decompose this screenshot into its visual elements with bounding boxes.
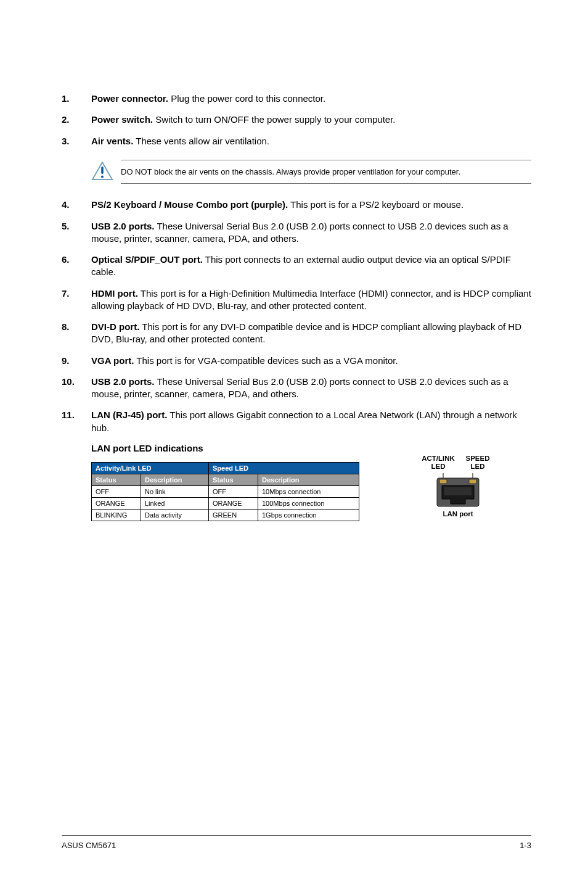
item-body: USB 2.0 ports. These Universal Serial Bu… (91, 220, 531, 245)
cell: OFF (209, 485, 258, 497)
item-bold: USB 2.0 ports. (91, 221, 155, 231)
item-bold: DVI-D port. (91, 321, 139, 332)
cell: GREEN (209, 509, 258, 521)
list-item: 6. Optical S/PDIF_OUT port. This port co… (62, 254, 531, 279)
item-number: 7. (62, 287, 91, 313)
th-activity: Activity/Link LED (92, 462, 209, 474)
item-body: Power connector. Plug the power cord to … (91, 93, 531, 105)
figure-caption: LAN port (421, 510, 495, 518)
led-table: Activity/Link LED Speed LED Status Descr… (91, 462, 359, 521)
led-section: Activity/Link LED Speed LED Status Descr… (91, 462, 531, 521)
item-text: This port is for any DVI-D compatible de… (91, 321, 521, 344)
item-text: This port is for VGA-compatible devices … (134, 355, 398, 366)
list-item: 9. VGA port. This port is for VGA-compat… (62, 355, 531, 367)
th-desc2: Description (258, 474, 359, 485)
item-bold: HDMI port. (91, 288, 138, 299)
item-number: 1. (62, 93, 91, 105)
item-number: 3. (62, 135, 91, 147)
item-bold: VGA port. (91, 355, 134, 366)
th-desc1: Description (141, 474, 209, 485)
item-bold: PS/2 Keyboard / Mouse Combo port (purple… (91, 199, 288, 210)
item-body: DVI-D port. This port is for any DVI-D c… (91, 321, 531, 346)
th-speed: Speed LED (209, 462, 359, 474)
item-body: Optical S/PDIF_OUT port. This port conne… (91, 254, 531, 279)
th-status2: Status (209, 474, 258, 485)
svg-point-2 (101, 176, 104, 178)
list-item: 8. DVI-D port. This port is for any DVI-… (62, 321, 531, 346)
item-number: 5. (62, 220, 91, 245)
item-number: 4. (62, 199, 91, 211)
table-header-row: Activity/Link LED Speed LED (92, 462, 359, 474)
list-item: 10. USB 2.0 ports. These Universal Seria… (62, 376, 531, 401)
cell: ORANGE (92, 497, 141, 509)
page-footer: ASUS CM5671 1-3 (62, 835, 531, 850)
item-bold: Power connector. (91, 93, 168, 104)
cell: 1Gbps connection (258, 509, 359, 521)
cell: No link (141, 485, 209, 497)
cell: Linked (141, 497, 209, 509)
table-row: ORANGE Linked ORANGE 100Mbps connection (92, 497, 359, 509)
item-body: PS/2 Keyboard / Mouse Combo port (purple… (91, 199, 531, 211)
item-bold: Power switch. (91, 114, 153, 125)
figure-labels: ACT/LINK LED SPEED LED (421, 455, 495, 471)
item-text: This port is for a PS/2 keyboard or mous… (288, 199, 463, 210)
cell: Data activity (141, 509, 209, 521)
th-status1: Status (92, 474, 141, 485)
item-bold: USB 2.0 ports. (91, 376, 155, 387)
list-item: 2. Power switch. Switch to turn ON/OFF t… (62, 113, 531, 126)
item-number: 6. (62, 254, 91, 279)
svg-rect-7 (469, 479, 476, 484)
lan-port-figure: ACT/LINK LED SPEED LED LAN port (421, 455, 495, 518)
caution-text: DO NOT block the air vents on the chassi… (121, 160, 531, 184)
item-number: 10. (62, 376, 91, 401)
led-heading: LAN port LED indications (91, 443, 531, 453)
table-row: OFF No link OFF 10Mbps connection (92, 485, 359, 497)
lan-port-icon (435, 473, 481, 508)
list-item: 5. USB 2.0 ports. These Universal Serial… (62, 220, 531, 245)
item-text: Switch to turn ON/OFF the power supply t… (153, 114, 396, 125)
list-item: 4. PS/2 Keyboard / Mouse Combo port (pur… (62, 199, 531, 211)
item-body: Air vents. These vents allow air ventila… (91, 135, 531, 147)
item-body: Power switch. Switch to turn ON/OFF the … (91, 113, 531, 126)
item-bold: Optical S/PDIF_OUT port. (91, 254, 203, 265)
footer-right: 1-3 (520, 841, 531, 850)
item-text: This port is for a High-Definition Multi… (91, 288, 531, 311)
cell: BLINKING (92, 509, 141, 521)
item-bold: Air vents. (91, 136, 133, 146)
label-speed-top: SPEED (466, 455, 490, 462)
caution-icon (91, 161, 121, 183)
item-text: Plug the power cord to this connector. (168, 93, 325, 104)
item-body: HDMI port. This port is for a High-Defin… (91, 287, 531, 313)
item-body: USB 2.0 ports. These Universal Serial Bu… (91, 376, 531, 401)
item-bold: LAN (RJ-45) port. (91, 410, 167, 420)
numbered-list-bottom: 4. PS/2 Keyboard / Mouse Combo port (pur… (62, 199, 531, 434)
item-body: VGA port. This port is for VGA-compatibl… (91, 355, 531, 367)
table-row: BLINKING Data activity GREEN 1Gbps conne… (92, 509, 359, 521)
svg-rect-6 (439, 479, 447, 484)
list-item: 7. HDMI port. This port is for a High-De… (62, 287, 531, 313)
label-actlink-top: ACT/LINK (422, 455, 455, 462)
item-body: LAN (RJ-45) port. This port allows Gigab… (91, 409, 531, 434)
item-number: 8. (62, 321, 91, 346)
cell: 100Mbps connection (258, 497, 359, 509)
caution-callout: DO NOT block the air vents on the chassi… (91, 160, 531, 184)
item-number: 2. (62, 113, 91, 126)
label-speed-bot: LED (471, 463, 485, 470)
cell: OFF (92, 485, 141, 497)
list-item: 1. Power connector. Plug the power cord … (62, 93, 531, 105)
item-text: These vents allow air ventilation. (133, 136, 269, 146)
footer-left: ASUS CM5671 (62, 841, 116, 850)
cell: 10Mbps connection (258, 485, 359, 497)
cell: ORANGE (209, 497, 258, 509)
label-actlink-bot: LED (431, 463, 446, 470)
label-actlink: ACT/LINK LED (421, 455, 455, 471)
list-item: 3. Air vents. These vents allow air vent… (62, 135, 531, 147)
svg-rect-1 (101, 167, 104, 174)
list-item: 11. LAN (RJ-45) port. This port allows G… (62, 409, 531, 434)
label-speed: SPEED LED (460, 455, 495, 471)
svg-rect-9 (444, 487, 472, 495)
numbered-list-top: 1. Power connector. Plug the power cord … (62, 93, 531, 147)
table-subheader-row: Status Description Status Description (92, 474, 359, 485)
item-number: 11. (62, 409, 91, 434)
item-number: 9. (62, 355, 91, 367)
